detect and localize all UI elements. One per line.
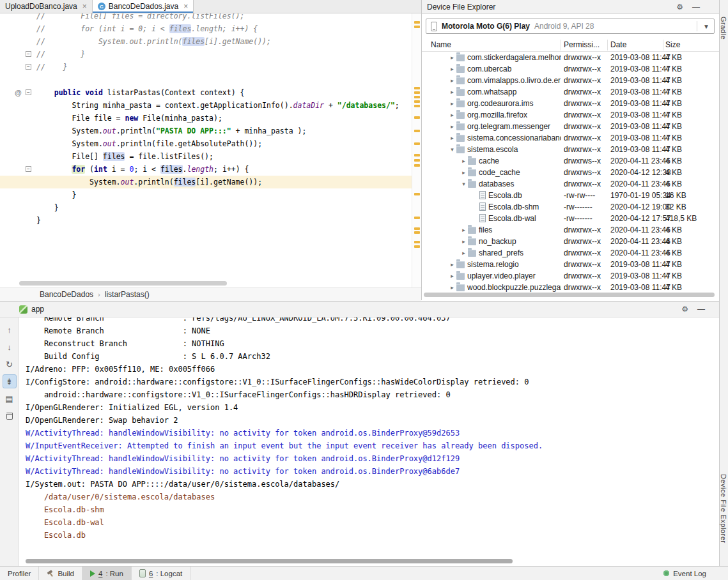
code-editor[interactable]: // File[] files = directory.listFiles();… [0,13,412,287]
code-line[interactable]: −// } [0,61,412,73]
code-line[interactable] [0,73,412,86]
column-header-permissions[interactable]: Permissi... [564,40,600,49]
chevron-right-icon[interactable]: ▸ [460,247,468,259]
code-line[interactable]: } [0,188,412,201]
code-line[interactable]: File[] files = file.listFiles(); [0,150,412,163]
scroll-to-end-icon[interactable]: ⇟ [3,374,17,388]
code-line[interactable]: − for (int i = 0; i < files.length; i++)… [0,163,412,176]
chevron-right-icon[interactable]: ▸ [448,109,456,121]
chevron-right-icon[interactable]: ▸ [448,270,456,282]
fold-marker-icon[interactable]: − [26,89,31,95]
gear-icon[interactable]: ⚙ [681,305,688,314]
table-row[interactable]: ▸shared_prefsdrwxrwx--x2020-04-11 23:464… [422,247,720,259]
code-line[interactable]: @− public void listarPastas(Context cont… [0,86,412,99]
chevron-right-icon[interactable]: ▸ [448,282,456,293]
table-row[interactable]: Escola.db-wal-rw-------2020-04-12 17:574… [422,213,720,224]
column-header-name[interactable]: Name [431,40,451,49]
chevron-down-icon[interactable]: ▾ [460,178,468,190]
table-row[interactable]: ▸cachedrwxrws--x2020-04-11 23:464 KB [422,155,720,167]
table-row[interactable]: ▾sistema.escoladrwxrwx--x2019-03-08 11:4… [422,144,720,155]
table-row[interactable]: ▾databasesdrwxrwx--x2020-04-11 23:464 KB [422,178,720,190]
chevron-right-icon[interactable]: ▸ [448,98,456,109]
fold-marker-icon[interactable]: − [26,51,31,57]
annotation-gutter-icon[interactable]: @ [15,86,22,99]
code-line[interactable]: // System.out.println(files[i].getName()… [0,35,412,48]
table-row[interactable]: ▸wood.blockpuzzle.puzzlegardrwxrwx--x201… [422,282,720,293]
logcat-tab-button[interactable]: 6: Logcat [132,567,190,580]
code-line[interactable]: // for (int i = 0; i < files.length; i++… [0,22,412,35]
chevron-right-icon[interactable]: ▸ [448,75,456,86]
chevron-right-icon[interactable]: ▸ [448,86,456,98]
gear-icon[interactable]: ⚙ [676,3,683,11]
warning-stripe-mark [414,193,420,195]
profiler-button[interactable]: Profiler [0,567,39,580]
chevron-right-icon[interactable]: ▸ [448,121,456,132]
chevron-right-icon[interactable]: ▸ [460,167,468,178]
table-row[interactable]: ▸org.mozilla.firefoxdrwxrwx--x2019-03-08… [422,109,720,121]
chevron-right-icon[interactable]: ▸ [460,236,468,247]
device-file-explorer-tool-button[interactable]: Device File Explorer [720,474,727,543]
console-hscrollbar[interactable] [26,559,513,563]
code-line[interactable]: File file = new File(minha_pasta); [0,112,412,125]
panel-header: Device File Explorer ⚙ — [422,0,719,14]
permissions-cell: drwxrwx--x [564,259,601,270]
gradle-tool-button[interactable]: Gradle [720,17,727,40]
code-line[interactable]: String minha_pasta = context.getApplicat… [0,99,412,112]
breadcrumb-item-class[interactable]: BancoDeDados [40,290,93,299]
table-row[interactable]: Escola.db-rw-rw----1970-01-19 05:3416 KB [422,190,720,201]
chevron-right-icon[interactable]: ▸ [448,259,456,270]
code-line[interactable]: −// } [0,48,412,61]
chevron-right-icon[interactable]: ▸ [460,155,468,167]
table-row[interactable]: ▸filesdrwxrwx--x2020-04-11 23:464 KB [422,224,720,236]
code-line[interactable]: System.out.println(files[i].getName()); [0,176,412,188]
code-line[interactable]: } [0,214,412,227]
run-tab-app[interactable]: app [31,305,44,314]
table-row[interactable]: ▸sistema.relogiodrwxrwx--x2019-03-08 11:… [422,259,720,270]
table-row[interactable]: ▸no_backupdrwxrwx--x2020-04-11 23:464 KB [422,236,720,247]
warning-stripe-mark [414,91,420,94]
chevron-right-icon[interactable]: ▸ [448,63,456,75]
table-row[interactable]: ▸com.vimalapps.o.livro.de.erdrwxrwx--x20… [422,75,720,86]
code-line[interactable]: System.out.println("PASTA DO APP:::" + m… [0,125,412,137]
minimize-icon[interactable]: — [697,305,705,314]
table-row[interactable]: ▸com.stickerdagalera.melhordrwxrwx--x201… [422,52,720,63]
code-line[interactable]: } [0,201,412,214]
down-stack-icon[interactable]: ↓ [3,340,17,354]
build-button[interactable]: Build [39,567,82,580]
device-selector[interactable]: Motorola Moto G(6) Play Android 9, API 2… [426,19,715,34]
tree-hscrollbar[interactable] [424,293,715,297]
table-row[interactable]: ▸org.codeaurora.imsdrwxrwx--x2019-03-08 … [422,98,720,109]
fold-marker-icon[interactable]: − [26,64,31,70]
console[interactable]: Remote Branch : refs/tags/AU_LINUX_ANDRO… [20,317,719,566]
soft-wrap-icon[interactable]: ↻ [3,357,17,371]
run-tab-button[interactable]: 4: Run [82,567,132,580]
table-row[interactable]: ▸code_cachedrwxrws--x2020-04-12 12:384 K… [422,167,720,178]
table-row[interactable]: ▸com.whatsappdrwxrwx--x2019-03-08 11:474… [422,86,720,98]
event-log-button[interactable]: Event Log [663,570,728,577]
fold-marker-icon[interactable]: − [26,166,31,172]
chevron-down-icon[interactable]: ▾ [448,144,456,155]
table-row[interactable]: Escola.db-shm-rw-------2020-04-12 19:003… [422,201,720,213]
chevron-right-icon[interactable]: ▸ [460,224,468,236]
chevron-right-icon[interactable]: ▸ [448,132,456,144]
column-header-date[interactable]: Date [610,40,626,49]
table-row[interactable]: ▸sistema.concessionariabancdrwxrwx--x201… [422,132,720,144]
error-stripe[interactable] [412,13,421,287]
code-line[interactable]: System.out.println(file.getAbsolutePath(… [0,137,412,150]
editor-tab[interactable]: CBancoDeDados.java× [93,0,194,13]
print-icon[interactable]: ▤ [3,392,17,406]
editor-hscrollbar[interactable] [19,281,227,286]
breadcrumb-item-method[interactable]: listarPastas() [105,290,150,299]
code-line[interactable]: // File[] files = directory.listFiles(); [0,13,412,22]
table-row[interactable]: ▸uplayer.video.playerdrwxrwx--x2019-03-0… [422,270,720,282]
chevron-right-icon[interactable]: ▸ [448,52,456,63]
up-stack-icon[interactable]: ↑ [3,323,17,337]
table-row[interactable]: ▸org.telegram.messengerdrwxrwx--x2019-03… [422,121,720,132]
editor-tab[interactable]: UploadDoBanco.java× [0,0,93,13]
clear-all-icon[interactable] [3,409,17,423]
column-header-size[interactable]: Size [665,40,680,49]
close-icon[interactable]: × [183,2,188,11]
minimize-icon[interactable]: — [692,3,700,11]
close-icon[interactable]: × [82,2,87,11]
table-row[interactable]: ▸com.ubercabdrwxrwx--x2019-03-08 11:474 … [422,63,720,75]
